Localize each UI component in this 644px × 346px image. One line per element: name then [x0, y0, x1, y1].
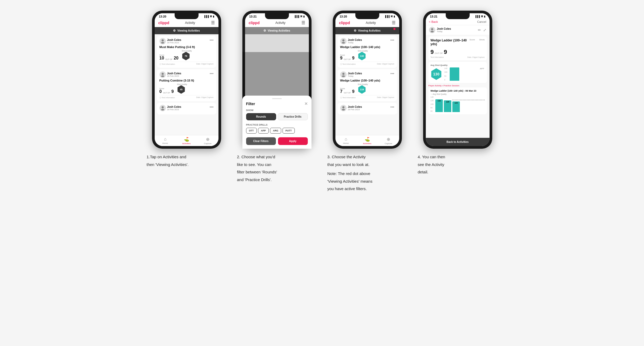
- nav-activities-3[interactable]: ⛳ Activities: [357, 137, 378, 145]
- viewing-banner-1[interactable]: ⚙ Viewing Activities: [155, 27, 218, 34]
- player-activity-prefix-4: Player Activity •: [428, 84, 444, 87]
- drill-arg[interactable]: ARG: [270, 128, 281, 134]
- menu-icon-3[interactable]: ☰: [392, 20, 395, 25]
- quality-big-badge-4: 130: [431, 68, 442, 80]
- card-stats-3-1: Score 9 OUT OF 9 Shot Quality 130: [340, 50, 394, 60]
- activity-card-3-3[interactable]: Josh Coles 28 Feb 2023 •••: [338, 103, 397, 114]
- activity-card-1-2[interactable]: Josh Coles 28 Feb 2023 ••• Putting Combi…: [157, 69, 216, 101]
- nav-capture-label-1: Capture: [204, 142, 211, 145]
- activity-list-1: Josh Coles 28 Feb 2023 ••• Must Make Put…: [155, 34, 218, 135]
- modal-close-btn[interactable]: ✕: [304, 101, 308, 106]
- time-1: 13:20: [159, 15, 166, 18]
- detail-actions-4: ✏ ⤢: [478, 28, 486, 32]
- user-info-1-1: Josh Coles 28 Feb 2023: [159, 38, 181, 44]
- svg-point-3: [161, 75, 164, 77]
- dashed-line-4: [452, 100, 485, 100]
- cancel-btn-4[interactable]: Cancel: [477, 20, 486, 23]
- drill-ott[interactable]: OTT: [246, 128, 257, 134]
- app-header-1: clippd Activity ☰: [155, 19, 218, 27]
- page-container: 13:20 ▐▐▐ ⌘ ▮ clippd Activity ☰ ⚙ View: [136, 11, 508, 194]
- nav-home-label-1: Home: [162, 142, 168, 144]
- viewing-banner-label-3: Viewing Activities: [358, 29, 380, 32]
- out-of-1-2: OUT OF: [163, 92, 170, 94]
- user-date-3-1: Today: [348, 41, 362, 44]
- card-menu-1-3[interactable]: •••: [210, 105, 214, 109]
- score-group-3-2: Score 7 OUT OF 9: [340, 88, 355, 94]
- activity-list-3: Josh Coles Today ••• Wedge Ladder (100–1…: [335, 34, 399, 135]
- menu-icon-1[interactable]: ☰: [211, 20, 215, 25]
- activity-card-3-2[interactable]: Josh Coles Today ••• Wedge Ladder (100–1…: [338, 69, 397, 101]
- step-2-line-2: like to see. You can: [237, 162, 317, 168]
- user-name-date-3-2: Josh Coles Today: [348, 72, 362, 77]
- bottom-nav-1: ⌂ Home ⛳ Activities ⊕ Capture: [155, 135, 218, 146]
- activity-title-col-4: Wedge Ladder (100–140 yds): [431, 39, 470, 48]
- nav-home-3[interactable]: ⌂ Home: [335, 137, 357, 145]
- expand-icon-4[interactable]: ⤢: [483, 28, 486, 32]
- user-date-1-1: 28 Feb 2023: [167, 41, 181, 44]
- nav-capture-1[interactable]: ⊕ Capture: [197, 137, 218, 145]
- avatar-3-1: [340, 38, 347, 44]
- out-of-1-1: OUT OF: [165, 58, 172, 60]
- drill-putt[interactable]: PUTT: [283, 128, 295, 134]
- quality-group-3-2: Shot Quality 118: [358, 83, 368, 94]
- score-big-4: 9: [431, 49, 434, 55]
- clear-filters-btn[interactable]: Clear Filters: [246, 137, 276, 145]
- avatar-4: [429, 27, 435, 33]
- rounds-toggle[interactable]: Rounds: [246, 113, 276, 120]
- card-data-1-1: Data: Clippd Capture: [196, 63, 213, 66]
- apply-btn[interactable]: Apply: [278, 137, 308, 145]
- drill-tags: OTT APP ARG PUTT: [246, 128, 308, 134]
- battery-icon-3: ▮: [394, 15, 395, 18]
- card-menu-3-3[interactable]: •••: [390, 105, 394, 109]
- user-info-3-2: Josh Coles Today: [340, 71, 362, 78]
- bar-1-4: 132: [435, 99, 443, 112]
- bars-container-4: 140 120 100 80 60 132 129 124: [431, 96, 485, 112]
- card-menu-3-2[interactable]: •••: [390, 71, 394, 76]
- card-menu-1-2[interactable]: •••: [210, 71, 214, 76]
- activity-card-3-1[interactable]: Josh Coles Today ••• Wedge Ladder (100–1…: [338, 36, 397, 68]
- activity-card-1-1[interactable]: Josh Coles 28 Feb 2023 ••• Must Make Put…: [157, 36, 216, 68]
- y-140: 140: [431, 96, 434, 98]
- card-menu-1-1[interactable]: •••: [210, 38, 214, 42]
- step-2-column: 13:21 ▐▐▐ ⌘ ▮ clippd Activity ☰ ⚙ View: [237, 11, 317, 194]
- phone-2: 13:21 ▐▐▐ ⌘ ▮ clippd Activity ☰ ⚙ View: [242, 11, 312, 149]
- svg-point-7: [342, 42, 345, 44]
- card-menu-3-1[interactable]: •••: [390, 38, 394, 42]
- svg-point-10: [342, 106, 344, 108]
- back-btn-4[interactable]: < Back: [429, 20, 438, 23]
- card-header-3-3: Josh Coles 28 Feb 2023 •••: [340, 105, 394, 111]
- score-row-1-1: 10 OUT OF 20: [159, 56, 179, 60]
- step-4-line-2: see the Activity: [418, 162, 498, 168]
- user-name-1-2: Josh Coles: [167, 72, 181, 75]
- viewing-banner-label-2: Viewing Activities: [268, 29, 290, 32]
- avg-quality-section-4: Avg Shot Quality 130 140 100 50 0: [428, 62, 487, 83]
- modal-handle: [272, 98, 282, 99]
- drill-app[interactable]: APP: [258, 128, 269, 134]
- viewing-banner-3[interactable]: ⚙ Viewing Activities: [335, 27, 399, 34]
- app-logo-3: clippd: [339, 21, 350, 25]
- wifi-icon-2: ⌘: [300, 15, 302, 18]
- capture-icon-1: ⊕: [206, 137, 209, 142]
- user-name-date-1-2: Josh Coles 28 Feb 2023: [167, 72, 181, 77]
- score-val-3-1: 9: [340, 56, 343, 60]
- avg-quality-label-4: Avg Shot Quality: [431, 64, 485, 66]
- nav-activities-1[interactable]: ⛳ Activities: [176, 137, 197, 145]
- card-title-1-2: Putting Combine (3-15 ft): [159, 79, 214, 82]
- user-name-1-1: Josh Coles: [167, 39, 181, 41]
- app-title-2: Activity: [275, 21, 285, 25]
- battery-icon-2: ▮: [303, 15, 305, 18]
- drills-toggle[interactable]: Practice Drills: [278, 113, 308, 120]
- nav-capture-3[interactable]: ⊕ Capture: [378, 137, 399, 145]
- back-to-activities-btn-4[interactable]: Back to Activities: [426, 138, 490, 146]
- practice-drills-label: Practice Drills: [246, 123, 308, 126]
- score-val-1-2: 0: [159, 89, 162, 94]
- svg-point-5: [161, 109, 164, 110]
- activity-card-1-3[interactable]: Josh Coles 28 Feb 2023 •••: [157, 103, 216, 114]
- svg-point-0: [162, 39, 164, 41]
- step-2-line-3: filter between 'Rounds': [237, 169, 317, 175]
- nav-home-1[interactable]: ⌂ Home: [155, 137, 176, 145]
- menu-icon-2[interactable]: ☰: [301, 20, 305, 25]
- svg-point-2: [162, 73, 164, 75]
- edit-icon-4[interactable]: ✏: [478, 28, 481, 32]
- shots-col-label-4: Shots: [479, 39, 485, 41]
